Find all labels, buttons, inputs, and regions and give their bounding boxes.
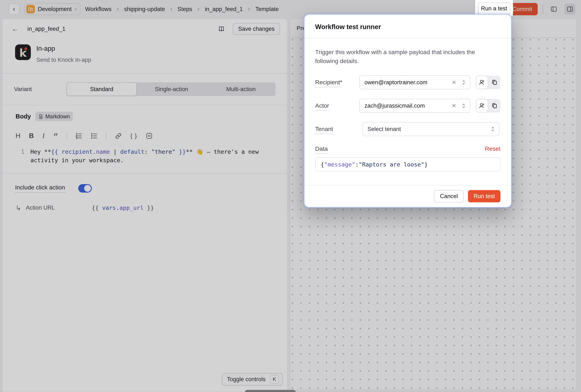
copy-icon[interactable] <box>488 99 500 112</box>
clear-icon[interactable]: ✕ <box>452 103 456 109</box>
dialog-description: Trigger this workflow with a sample payl… <box>315 48 485 66</box>
data-json-editor[interactable]: {"message": "Raptors are loose"} <box>315 157 500 171</box>
chevron-updown-icon <box>490 126 495 132</box>
reset-button[interactable]: Reset <box>485 145 500 152</box>
workflow-test-runner-dialog: Workflow test runner Trigger this workfl… <box>304 14 512 208</box>
actor-combobox: ✕ <box>359 99 470 113</box>
recipient-label: Recipient* <box>315 79 342 87</box>
run-a-test-button[interactable]: Run a test <box>478 2 510 14</box>
tenant-select[interactable]: Select tenant <box>362 122 500 136</box>
data-label: Data <box>315 145 328 154</box>
tenant-placeholder: Select tenant <box>368 126 401 132</box>
chevron-updown-icon[interactable] <box>461 103 466 109</box>
data-row-header: Data Reset <box>315 145 500 152</box>
cancel-button[interactable]: Cancel <box>434 190 464 202</box>
dialog-title: Workflow test runner <box>304 15 511 38</box>
run-test-submit-button[interactable]: Run test <box>468 190 500 202</box>
dialog-footer: Cancel Run test <box>304 185 511 207</box>
actor-mode-switch <box>476 99 500 112</box>
tenant-label: Tenant <box>315 126 333 134</box>
recipient-row: Recipient* ✕ <box>315 75 500 89</box>
app-root: ‹ Development › Workflows › shipping-upd… <box>0 0 581 392</box>
user-select-icon[interactable] <box>476 76 488 89</box>
clear-icon[interactable]: ✕ <box>452 79 456 86</box>
recipient-combobox: ✕ <box>359 75 470 89</box>
chevron-updown-icon[interactable] <box>461 79 466 86</box>
actor-label: Actor <box>315 102 329 111</box>
copy-icon[interactable] <box>488 76 500 89</box>
dialog-body: Trigger this workflow with a sample payl… <box>304 38 511 185</box>
recipient-mode-switch <box>476 76 500 89</box>
actor-row: Actor ✕ <box>315 99 500 113</box>
user-select-icon[interactable] <box>476 99 488 112</box>
tenant-row: Tenant Select tenant <box>315 122 500 136</box>
